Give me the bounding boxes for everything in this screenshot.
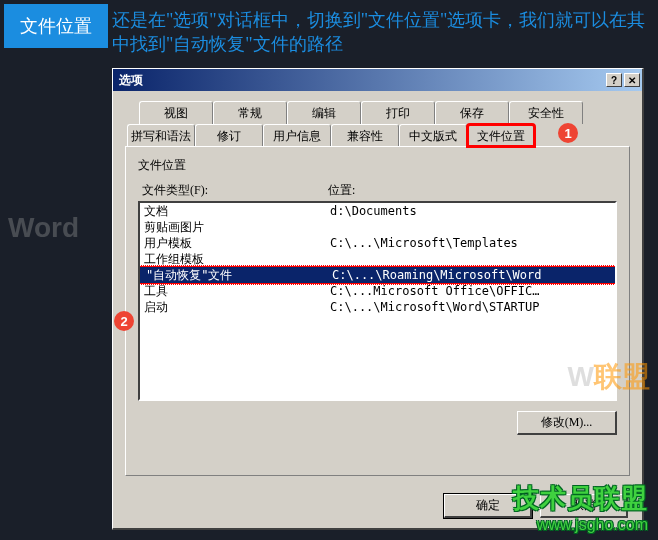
list-item: 工作组模板 [140,251,615,267]
tab-save[interactable]: 保存 [435,101,509,124]
tab-print[interactable]: 打印 [361,101,435,124]
tab-edit[interactable]: 编辑 [287,101,361,124]
close-button[interactable]: ✕ [624,73,640,87]
file-locations-list[interactable]: 文档d:\Documents 剪贴画图片 用户模板C:\...\Microsof… [138,201,617,401]
watermark-left: Word [8,212,79,244]
tab-file-locations[interactable]: 文件位置 [467,124,535,147]
list-item: 用户模板C:\...\Microsoft\Templates [140,235,615,251]
list-item: 工具C:\...Microsoft Office\OFFIC… [140,283,615,299]
page-header: 文件位置 还是在"选项"对话框中，切换到"文件位置"选项卡，我们就可以在其中找到… [0,0,658,58]
modify-button[interactable]: 修改(M)... [517,411,617,435]
tab-general[interactable]: 常规 [213,101,287,124]
list-item-selected[interactable]: "自动恢复"文件C:\...\Roaming\Microsoft\Word [138,265,617,285]
tab-revision[interactable]: 修订 [195,124,263,147]
tab-strip: 1 视图 常规 编辑 打印 保存 安全性 拼写和语法 修订 用户信息 兼容性 中… [125,101,630,147]
file-locations-panel: 2 文件位置 文件类型(F): 位置: 文档d:\Documents 剪贴画图片… [125,146,630,476]
section-title: 文件位置 [138,157,617,174]
cancel-button[interactable]: 取消 [540,494,628,518]
tab-spelling[interactable]: 拼写和语法 [127,124,195,147]
callout-badge-1: 1 [558,123,578,143]
col-location: 位置: [328,182,617,199]
tab-userinfo[interactable]: 用户信息 [263,124,331,147]
list-headers: 文件类型(F): 位置: [138,182,617,199]
header-description: 还是在"选项"对话框中，切换到"文件位置"选项卡，我们就可以在其中找到"自动恢复… [112,4,654,56]
dialog-footer: 确定 取消 [113,486,642,528]
tab-view[interactable]: 视图 [139,101,213,124]
options-dialog: 选项 ? ✕ 1 视图 常规 编辑 打印 保存 安全性 拼写和语法 修订 用户信… [112,68,644,530]
header-badge: 文件位置 [4,4,108,48]
tab-compat[interactable]: 兼容性 [331,124,399,147]
dialog-titlebar[interactable]: 选项 ? ✕ [113,69,642,91]
col-file-type: 文件类型(F): [142,182,328,199]
tab-security[interactable]: 安全性 [509,101,583,124]
list-item: 启动C:\...\Microsoft\Word\STARTUP [140,299,615,315]
help-button[interactable]: ? [606,73,622,87]
tab-row-top: 视图 常规 编辑 打印 保存 安全性 [125,101,630,124]
dialog-body: 1 视图 常规 编辑 打印 保存 安全性 拼写和语法 修订 用户信息 兼容性 中… [113,91,642,486]
modify-row: 修改(M)... [138,411,617,435]
list-item: 剪贴画图片 [140,219,615,235]
callout-badge-2: 2 [114,311,134,331]
tab-cjk[interactable]: 中文版式 [399,124,467,147]
ok-button[interactable]: 确定 [444,494,532,518]
list-item: 文档d:\Documents [140,203,615,219]
tab-row-bottom: 拼写和语法 修订 用户信息 兼容性 中文版式 文件位置 [125,124,630,147]
dialog-title: 选项 [115,72,604,89]
